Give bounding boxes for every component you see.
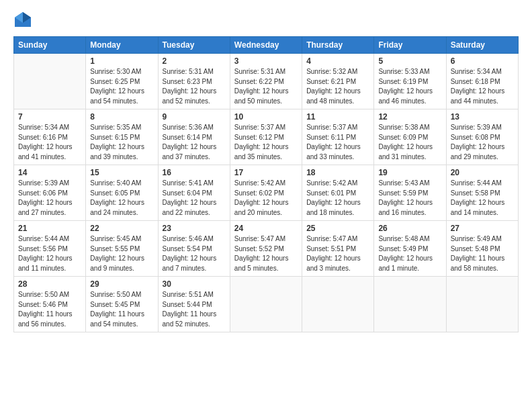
day-info: Sunrise: 5:49 AM Sunset: 5:48 PM Dayligh… xyxy=(451,234,514,273)
day-number: 23 xyxy=(163,224,226,233)
calendar-cell: 12Sunrise: 5:38 AM Sunset: 6:09 PM Dayli… xyxy=(374,109,446,165)
day-info: Sunrise: 5:47 AM Sunset: 5:51 PM Dayligh… xyxy=(306,234,369,273)
calendar-cell: 13Sunrise: 5:39 AM Sunset: 6:08 PM Dayli… xyxy=(446,109,518,165)
day-info: Sunrise: 5:37 AM Sunset: 6:12 PM Dayligh… xyxy=(234,123,298,162)
day-number: 10 xyxy=(234,112,298,122)
calendar-cell: 1Sunrise: 5:30 AM Sunset: 6:25 PM Daylig… xyxy=(86,54,158,109)
day-info: Sunrise: 5:33 AM Sunset: 6:19 PM Dayligh… xyxy=(378,67,441,106)
day-number: 14 xyxy=(18,168,81,177)
day-number: 26 xyxy=(378,224,441,233)
calendar-cell: 19Sunrise: 5:43 AM Sunset: 5:59 PM Dayli… xyxy=(374,165,446,221)
day-info: Sunrise: 5:34 AM Sunset: 6:18 PM Dayligh… xyxy=(451,67,514,106)
calendar-week-row: 14Sunrise: 5:39 AM Sunset: 6:06 PM Dayli… xyxy=(14,165,519,221)
calendar-header-sunday: Sunday xyxy=(14,37,86,54)
day-info: Sunrise: 5:39 AM Sunset: 6:08 PM Dayligh… xyxy=(451,123,514,162)
day-info: Sunrise: 5:42 AM Sunset: 6:01 PM Dayligh… xyxy=(306,179,369,218)
logo-icon xyxy=(13,11,32,30)
day-number: 16 xyxy=(163,168,226,177)
day-info: Sunrise: 5:40 AM Sunset: 6:05 PM Dayligh… xyxy=(90,179,153,218)
calendar-cell: 10Sunrise: 5:37 AM Sunset: 6:12 PM Dayli… xyxy=(230,109,302,165)
calendar-week-row: 28Sunrise: 5:50 AM Sunset: 5:46 PM Dayli… xyxy=(14,277,519,332)
day-info: Sunrise: 5:39 AM Sunset: 6:06 PM Dayligh… xyxy=(18,179,81,218)
calendar-cell: 4Sunrise: 5:32 AM Sunset: 6:21 PM Daylig… xyxy=(302,54,374,109)
day-info: Sunrise: 5:32 AM Sunset: 6:21 PM Dayligh… xyxy=(306,67,369,106)
day-number: 4 xyxy=(306,56,369,66)
day-info: Sunrise: 5:46 AM Sunset: 5:54 PM Dayligh… xyxy=(163,234,226,273)
day-number: 7 xyxy=(18,112,81,122)
day-number: 2 xyxy=(163,56,226,66)
day-number: 25 xyxy=(306,224,369,233)
day-number: 15 xyxy=(90,168,153,177)
calendar-cell: 7Sunrise: 5:34 AM Sunset: 6:16 PM Daylig… xyxy=(14,109,86,165)
calendar-cell: 18Sunrise: 5:42 AM Sunset: 6:01 PM Dayli… xyxy=(302,165,374,221)
day-info: Sunrise: 5:34 AM Sunset: 6:16 PM Dayligh… xyxy=(18,123,81,162)
calendar-cell: 8Sunrise: 5:35 AM Sunset: 6:15 PM Daylig… xyxy=(86,109,158,165)
day-number: 29 xyxy=(90,279,153,289)
calendar-week-row: 1Sunrise: 5:30 AM Sunset: 6:25 PM Daylig… xyxy=(14,54,519,109)
day-number: 28 xyxy=(18,279,81,289)
calendar-table: SundayMondayTuesdayWednesdayThursdayFrid… xyxy=(13,36,519,332)
day-number: 9 xyxy=(163,112,226,122)
day-number: 11 xyxy=(306,112,369,122)
calendar-cell: 15Sunrise: 5:40 AM Sunset: 6:05 PM Dayli… xyxy=(86,165,158,221)
day-info: Sunrise: 5:31 AM Sunset: 6:23 PM Dayligh… xyxy=(163,67,226,106)
day-number: 1 xyxy=(90,56,153,66)
day-info: Sunrise: 5:48 AM Sunset: 5:49 PM Dayligh… xyxy=(378,234,441,273)
calendar-cell: 9Sunrise: 5:36 AM Sunset: 6:14 PM Daylig… xyxy=(158,109,230,165)
calendar-header-monday: Monday xyxy=(86,37,158,54)
day-number: 30 xyxy=(163,279,226,289)
day-number: 27 xyxy=(451,224,514,233)
day-info: Sunrise: 5:35 AM Sunset: 6:15 PM Dayligh… xyxy=(90,123,153,162)
day-info: Sunrise: 5:30 AM Sunset: 6:25 PM Dayligh… xyxy=(90,67,153,106)
calendar-cell: 3Sunrise: 5:31 AM Sunset: 6:22 PM Daylig… xyxy=(230,54,302,109)
calendar-cell: 11Sunrise: 5:37 AM Sunset: 6:11 PM Dayli… xyxy=(302,109,374,165)
day-number: 13 xyxy=(451,112,514,122)
calendar-cell: 29Sunrise: 5:50 AM Sunset: 5:45 PM Dayli… xyxy=(86,277,158,332)
day-info: Sunrise: 5:41 AM Sunset: 6:04 PM Dayligh… xyxy=(163,179,226,218)
day-number: 17 xyxy=(234,168,298,177)
calendar-cell: 21Sunrise: 5:44 AM Sunset: 5:56 PM Dayli… xyxy=(14,221,86,277)
calendar-cell xyxy=(230,277,302,332)
day-number: 20 xyxy=(451,168,514,177)
day-info: Sunrise: 5:51 AM Sunset: 5:44 PM Dayligh… xyxy=(163,290,226,329)
calendar-header-wednesday: Wednesday xyxy=(230,37,302,54)
calendar-cell xyxy=(14,54,86,109)
day-number: 21 xyxy=(18,224,81,233)
calendar-cell: 24Sunrise: 5:47 AM Sunset: 5:52 PM Dayli… xyxy=(230,221,302,277)
calendar-cell: 17Sunrise: 5:42 AM Sunset: 6:02 PM Dayli… xyxy=(230,165,302,221)
calendar-cell: 25Sunrise: 5:47 AM Sunset: 5:51 PM Dayli… xyxy=(302,221,374,277)
day-info: Sunrise: 5:50 AM Sunset: 5:45 PM Dayligh… xyxy=(90,290,153,329)
calendar-cell: 22Sunrise: 5:45 AM Sunset: 5:55 PM Dayli… xyxy=(86,221,158,277)
calendar-cell: 27Sunrise: 5:49 AM Sunset: 5:48 PM Dayli… xyxy=(446,221,518,277)
calendar-cell: 30Sunrise: 5:51 AM Sunset: 5:44 PM Dayli… xyxy=(158,277,230,332)
calendar-cell xyxy=(446,277,518,332)
day-info: Sunrise: 5:44 AM Sunset: 5:58 PM Dayligh… xyxy=(451,179,514,218)
calendar-cell xyxy=(302,277,374,332)
day-info: Sunrise: 5:47 AM Sunset: 5:52 PM Dayligh… xyxy=(234,234,298,273)
calendar-cell: 23Sunrise: 5:46 AM Sunset: 5:54 PM Dayli… xyxy=(158,221,230,277)
calendar-cell: 26Sunrise: 5:48 AM Sunset: 5:49 PM Dayli… xyxy=(374,221,446,277)
day-number: 18 xyxy=(306,168,369,177)
calendar-header-row: SundayMondayTuesdayWednesdayThursdayFrid… xyxy=(14,37,519,54)
calendar-cell: 16Sunrise: 5:41 AM Sunset: 6:04 PM Dayli… xyxy=(158,165,230,221)
day-number: 22 xyxy=(90,224,153,233)
calendar-cell: 2Sunrise: 5:31 AM Sunset: 6:23 PM Daylig… xyxy=(158,54,230,109)
calendar-header-thursday: Thursday xyxy=(302,37,374,54)
calendar-cell: 20Sunrise: 5:44 AM Sunset: 5:58 PM Dayli… xyxy=(446,165,518,221)
header xyxy=(13,11,519,30)
calendar-cell: 14Sunrise: 5:39 AM Sunset: 6:06 PM Dayli… xyxy=(14,165,86,221)
calendar-cell: 28Sunrise: 5:50 AM Sunset: 5:46 PM Dayli… xyxy=(14,277,86,332)
day-info: Sunrise: 5:36 AM Sunset: 6:14 PM Dayligh… xyxy=(163,123,226,162)
day-info: Sunrise: 5:43 AM Sunset: 5:59 PM Dayligh… xyxy=(378,179,441,218)
calendar-header-friday: Friday xyxy=(374,37,446,54)
day-info: Sunrise: 5:38 AM Sunset: 6:09 PM Dayligh… xyxy=(378,123,441,162)
day-number: 12 xyxy=(378,112,441,122)
day-info: Sunrise: 5:44 AM Sunset: 5:56 PM Dayligh… xyxy=(18,234,81,273)
day-number: 5 xyxy=(378,56,441,66)
calendar-header-tuesday: Tuesday xyxy=(158,37,230,54)
calendar-week-row: 21Sunrise: 5:44 AM Sunset: 5:56 PM Dayli… xyxy=(14,221,519,277)
logo xyxy=(13,11,35,30)
calendar-cell: 5Sunrise: 5:33 AM Sunset: 6:19 PM Daylig… xyxy=(374,54,446,109)
day-info: Sunrise: 5:31 AM Sunset: 6:22 PM Dayligh… xyxy=(234,67,298,106)
day-number: 3 xyxy=(234,56,298,66)
